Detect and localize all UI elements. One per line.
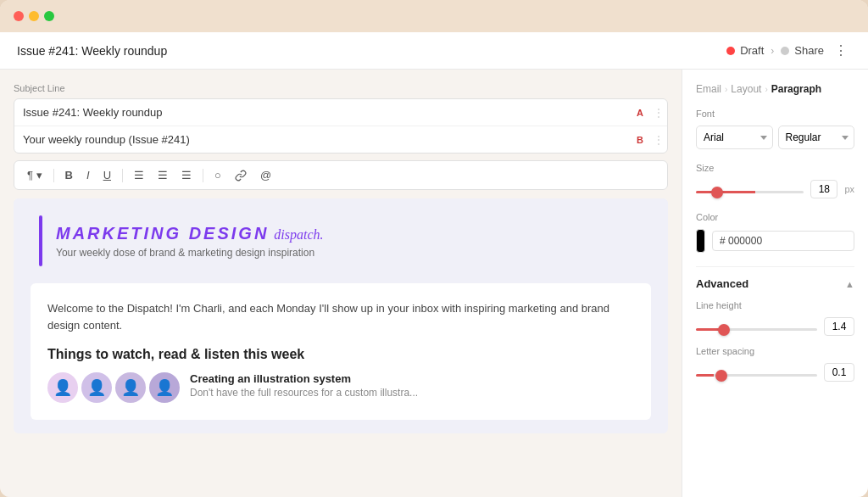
align-center-button[interactable]: ☰ [153, 166, 172, 184]
line-height-label: Line height [696, 300, 854, 310]
font-label: Font [696, 109, 854, 119]
align-center-icon: ☰ [158, 169, 168, 181]
advanced-section: Advanced ▲ Line height Letter spacing [696, 277, 854, 382]
editor-toolbar: ¶ ▾ B I U ☰ ☰ ☰ ○ @ [14, 160, 668, 190]
app-header: Issue #241: Weekly roundup Draft › Share… [0, 32, 868, 70]
breadcrumb-layout[interactable]: Layout [731, 83, 761, 95]
mention-button[interactable]: @ [256, 166, 275, 184]
link-icon [235, 170, 247, 181]
more-button[interactable]: ⋮ [831, 42, 851, 59]
share-label: Share [794, 44, 824, 57]
logo-bar [39, 215, 42, 266]
draft-status: Draft [726, 44, 764, 57]
font-style-select[interactable]: Regular Bold Italic [778, 126, 855, 149]
font-row: Arial Georgia Helvetica Regular Bold Ita… [696, 126, 854, 149]
titlebar [0, 0, 868, 32]
logo-text: MARKETING DESIGN dispatch. Your weekly d… [56, 224, 324, 259]
article-text: Creating an illustration system Don't ha… [190, 372, 418, 399]
size-slider-wrap [696, 181, 804, 197]
line-height-row [696, 317, 854, 336]
size-value-input[interactable] [810, 180, 837, 198]
toolbar-separator-1 [53, 169, 54, 182]
email-article: 👤 👤 👤 👤 Creating an illustration system … [47, 372, 634, 403]
share-button[interactable]: Share [781, 44, 824, 57]
letter-spacing-label: Letter spacing [696, 346, 854, 356]
share-dot-icon [781, 47, 789, 55]
main-content: Subject Line A ⋮ B ⋮ ¶ ▾ B [0, 70, 868, 497]
traffic-lights [14, 11, 54, 21]
draft-dot-icon [726, 47, 735, 55]
article-img-3: 👤 [115, 372, 146, 403]
handle-a: ⋮ [650, 107, 667, 119]
header-actions: Draft › Share ⋮ [726, 42, 851, 59]
email-section-title: Things to watch, read & listen this week [47, 347, 634, 362]
underline-button[interactable]: U [99, 166, 115, 184]
breadcrumb-email[interactable]: Email [696, 83, 721, 95]
align-left-button[interactable]: ☰ [130, 166, 148, 184]
email-tagline: Your weekly dose of brand & marketing de… [56, 247, 324, 259]
badge-b: B [637, 135, 643, 145]
subject-input-a[interactable] [14, 99, 650, 126]
minimize-button[interactable] [29, 11, 39, 21]
align-right-button[interactable]: ☰ [177, 166, 196, 184]
paragraph-icon: ¶ ▾ [27, 169, 42, 181]
mention-icon: @ [260, 169, 271, 181]
badge-a: A [637, 108, 643, 118]
letter-spacing-slider-wrap [696, 365, 817, 380]
logo-script: dispatch. [274, 227, 323, 243]
circle-icon: ○ [214, 169, 221, 181]
line-height-section: Line height [696, 300, 854, 336]
letter-spacing-section: Letter spacing [696, 346, 854, 382]
line-height-slider-wrap [696, 319, 817, 334]
email-preview: MARKETING DESIGN dispatch. Your weekly d… [14, 198, 668, 433]
subject-inputs: A ⋮ B ⋮ [14, 98, 668, 154]
close-button[interactable] [14, 11, 24, 21]
align-left-icon: ☰ [134, 169, 144, 181]
italic-button[interactable]: I [82, 166, 94, 184]
article-images: 👤 👤 👤 👤 [47, 372, 180, 403]
article-img-4: 👤 [149, 372, 180, 403]
article-img-1: 👤 [47, 372, 78, 403]
toolbar-separator-2 [122, 169, 123, 182]
right-panel: Email › Layout › Paragraph Font Arial Ge… [682, 70, 868, 497]
size-slider[interactable] [696, 191, 804, 193]
letter-spacing-value-input[interactable] [824, 363, 854, 382]
size-row: px [696, 180, 854, 198]
size-unit: px [844, 184, 854, 194]
color-swatch[interactable] [696, 229, 705, 253]
link-button[interactable] [231, 167, 251, 184]
color-value-input[interactable] [712, 231, 854, 251]
subject-input-b[interactable] [14, 126, 650, 153]
color-label: Color [696, 212, 854, 222]
advanced-label: Advanced [696, 277, 748, 290]
font-family-select[interactable]: Arial Georgia Helvetica [696, 126, 773, 149]
font-section: Font Arial Georgia Helvetica Regular Bol… [696, 109, 854, 149]
letter-spacing-slider[interactable] [696, 374, 817, 377]
subject-row-a: A ⋮ [14, 99, 667, 126]
chevron-right-icon: › [771, 45, 774, 57]
email-intro: Welcome to the Dispatch! I'm Charli, and… [47, 300, 634, 333]
bold-button[interactable]: B [61, 166, 77, 184]
handle-b: ⋮ [650, 134, 667, 146]
maximize-button[interactable] [44, 11, 54, 21]
paragraph-button[interactable]: ¶ ▾ [23, 166, 47, 184]
breadcrumb: Email › Layout › Paragraph [696, 83, 854, 95]
subject-row-b: B ⋮ [14, 126, 667, 153]
breadcrumb-sep-2: › [765, 85, 767, 94]
align-right-icon: ☰ [181, 169, 192, 181]
article-img-2: 👤 [81, 372, 112, 403]
bold-icon: B [65, 169, 73, 181]
advanced-header[interactable]: Advanced ▲ [696, 277, 854, 290]
breadcrumb-paragraph: Paragraph [771, 83, 821, 95]
circle-button[interactable]: ○ [210, 166, 225, 184]
breadcrumb-sep-1: › [725, 85, 727, 94]
article-desc: Don't have the full resources for a cust… [190, 387, 418, 399]
page-title: Issue #241: Weekly roundup [17, 44, 167, 58]
italic-icon: I [86, 169, 90, 181]
color-section: Color [696, 212, 854, 253]
article-title: Creating an illustration system [190, 372, 418, 385]
toolbar-separator-3 [203, 169, 203, 182]
line-height-slider[interactable] [696, 328, 817, 331]
email-body: Welcome to the Dispatch! I'm Charli, and… [31, 283, 651, 420]
line-height-value-input[interactable] [824, 317, 854, 336]
